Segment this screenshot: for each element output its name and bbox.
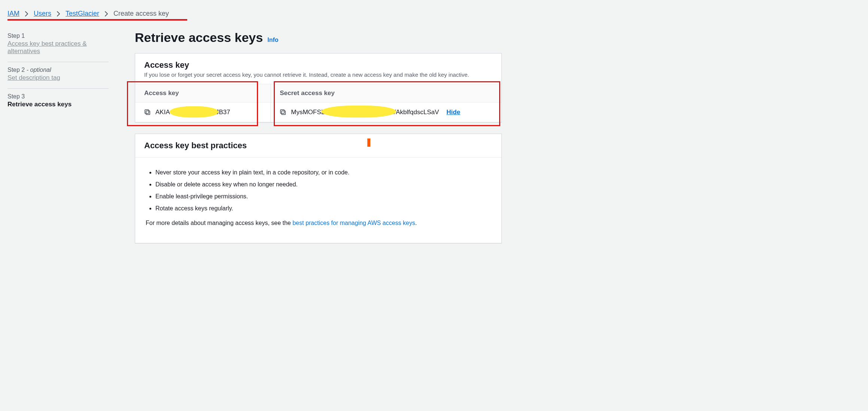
access-key-card-subtitle: If you lose or forget your secret access… — [144, 71, 492, 78]
wizard-step-1-title: Access key best practices & alternatives — [7, 40, 112, 55]
hide-secret-link[interactable]: Hide — [446, 109, 460, 116]
secret-key-column-header: Secret access key — [271, 84, 501, 103]
annotation-orange-tick — [367, 138, 370, 147]
wizard-step-3-title: Retrieve access keys — [7, 101, 112, 108]
wizard-steps: Step 1 Access key best practices & alter… — [7, 30, 112, 255]
access-key-column-header: Access key — [135, 84, 270, 103]
annotation-red-underline — [7, 19, 187, 21]
best-practices-list: Never store your access key in plain tex… — [146, 168, 491, 213]
wizard-step-2[interactable]: Step 2 - optional Set description tag — [7, 64, 112, 88]
access-key-value: AKIAHJB37 — [155, 109, 230, 116]
best-practices-title: Access key best practices — [144, 141, 492, 150]
secret-key-column: Secret access key MysMOFSLYAkblfqdscLSaV… — [271, 84, 501, 122]
svg-rect-3 — [280, 110, 284, 113]
best-practices-more: For more details about managing access k… — [146, 220, 491, 226]
wizard-step-1[interactable]: Step 1 Access key best practices & alter… — [7, 30, 112, 62]
wizard-step-3-label: Step 3 — [7, 93, 112, 100]
list-item: Disable or delete access key when no lon… — [155, 180, 491, 189]
info-link[interactable]: Info — [267, 37, 278, 43]
breadcrumb-users[interactable]: Users — [34, 10, 51, 18]
best-practices-card: Access key best practices Never store yo… — [135, 134, 502, 243]
page-title: Retrieve access keys — [135, 30, 263, 45]
best-practices-link[interactable]: best practices for managing AWS access k… — [292, 220, 415, 226]
chevron-right-icon — [25, 11, 28, 16]
svg-rect-2 — [282, 111, 285, 115]
svg-rect-0 — [146, 111, 150, 115]
chevron-right-icon — [104, 11, 108, 16]
main-content: Retrieve access keys Info Access key If … — [135, 30, 502, 255]
svg-rect-1 — [145, 110, 149, 113]
list-item: Enable least-privilege permissions. — [155, 192, 491, 201]
copy-icon[interactable] — [280, 109, 286, 116]
breadcrumb-testglacier[interactable]: TestGlacier — [66, 10, 99, 18]
access-key-card-title: Access key — [144, 60, 492, 70]
access-key-column: Access key AKIAHJB37 — [135, 84, 271, 122]
breadcrumb-current: Create access key — [113, 10, 169, 18]
wizard-step-2-label: Step 2 - optional — [7, 67, 112, 73]
copy-icon[interactable] — [144, 109, 151, 116]
chevron-right-icon — [57, 11, 60, 16]
wizard-step-2-title: Set description tag — [7, 74, 112, 82]
list-item: Never store your access key in plain tex… — [155, 168, 491, 177]
secret-key-value: MysMOFSLYAkblfqdscLSaV — [291, 109, 439, 116]
wizard-step-3: Step 3 Retrieve access keys — [7, 91, 112, 115]
list-item: Rotate access keys regularly. — [155, 204, 491, 213]
access-key-card: Access key If you lose or forget your se… — [135, 53, 502, 122]
wizard-step-1-label: Step 1 — [7, 33, 112, 39]
breadcrumb-iam[interactable]: IAM — [7, 10, 19, 18]
